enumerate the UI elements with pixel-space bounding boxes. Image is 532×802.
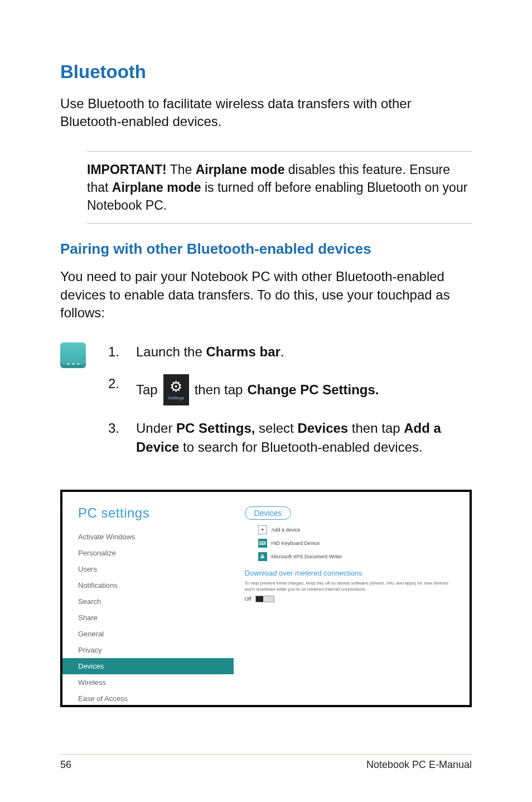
step-number: 1. [108, 342, 122, 361]
sidebar-item-general[interactable]: General [78, 626, 218, 642]
sidebar-item-share[interactable]: Share [78, 610, 218, 626]
step-bold: Charms bar [206, 344, 280, 359]
step-text: to search for Bluetooth-enabled devices. [179, 439, 422, 455]
step-text: select [255, 421, 297, 436]
sidebar-item-users[interactable]: Users [78, 561, 218, 577]
settings-tile-label: Settings [168, 395, 184, 401]
callout-bold2: Airplane mode [112, 180, 201, 195]
device-row-printer[interactable]: 🖶 Microsoft XPS Document Writer [245, 552, 458, 561]
metered-description: To help prevent extra charges, keep this… [245, 581, 458, 592]
pc-settings-screenshot: PC settings Activate Windows Personalize… [60, 490, 472, 707]
page-footer: 56 Notebook PC E-Manual [60, 754, 472, 771]
add-device-label: Add a device [272, 527, 301, 533]
step-number: 3. [108, 419, 122, 438]
step-text: Launch the [136, 344, 206, 359]
step-bold: Devices [297, 421, 348, 436]
devices-heading-badge: Devices [245, 506, 292, 520]
keyboard-icon: ⌨ [258, 539, 267, 548]
step-1: 1. Launch the Charms bar. [108, 342, 472, 361]
important-callout: IMPORTANT! The Airplane mode disables th… [87, 151, 472, 224]
callout-prefix: IMPORTANT! [87, 162, 167, 177]
sidebar-item-sync-your-settings[interactable]: Sync your settings [78, 707, 218, 707]
add-device-row[interactable]: + Add a device [245, 525, 458, 534]
page-number: 56 [60, 759, 71, 771]
metered-toggle[interactable] [255, 596, 274, 602]
step-text: Tap [136, 380, 158, 399]
sidebar-item-search[interactable]: Search [78, 593, 218, 610]
touchpad-icon [60, 342, 86, 368]
sidebar-item-notifications[interactable]: Notifications [78, 577, 218, 593]
pc-settings-sidebar: PC settings Activate Windows Personalize… [62, 492, 234, 705]
sidebar-item-wireless[interactable]: Wireless [78, 674, 218, 690]
sidebar-item-devices[interactable]: Devices [62, 658, 234, 674]
section-heading: Pairing with other Bluetooth-enabled dev… [60, 240, 472, 258]
steps-container: 1. Launch the Charms bar. 2. Tap ⚙ Setti… [60, 342, 472, 470]
step-number: 2. [108, 374, 122, 393]
device-row-keyboard[interactable]: ⌨ HID Keyboard Device [245, 539, 458, 548]
sidebar-item-ease-of-access[interactable]: Ease of Access [78, 690, 218, 707]
callout-bold1: Airplane mode [196, 162, 285, 177]
step-text: Under [136, 421, 176, 436]
step-3: 3. Under PC Settings, select Devices the… [108, 419, 472, 456]
sidebar-item-personalize[interactable]: Personalize [78, 545, 218, 561]
metered-toggle-row: Off [245, 596, 458, 602]
step-text: then tap [348, 421, 404, 436]
step-2: 2. Tap ⚙ Settings then tap Change PC Set… [108, 374, 472, 405]
sidebar-title: PC settings [78, 505, 218, 521]
step-bold: Change PC Settings. [247, 380, 379, 399]
plus-icon: + [258, 525, 267, 534]
toggle-label: Off [245, 596, 252, 602]
page-heading: Bluetooth [60, 61, 472, 83]
step-text: then tap [195, 380, 243, 399]
gear-icon: ⚙ [170, 379, 182, 394]
footer-title: Notebook PC E-Manual [366, 759, 472, 771]
device-label: HID Keyboard Device [272, 540, 320, 546]
section-paragraph: You need to pair your Notebook PC with o… [60, 268, 472, 322]
device-label: Microsoft XPS Document Writer [272, 554, 342, 559]
intro-paragraph: Use Bluetooth to facilitate wireless dat… [60, 95, 472, 131]
step-text: . [280, 344, 284, 359]
settings-tile-icon: ⚙ Settings [163, 374, 189, 405]
devices-pane: Devices + Add a device ⌨ HID Keyboard De… [234, 492, 470, 705]
printer-icon: 🖶 [258, 552, 267, 561]
sidebar-item-privacy[interactable]: Privacy [78, 642, 218, 658]
step-bold: PC Settings, [176, 421, 255, 436]
metered-heading: Download over metered connections [245, 569, 458, 577]
callout-text: The [167, 162, 196, 177]
sidebar-item-activate-windows[interactable]: Activate Windows [78, 529, 218, 545]
